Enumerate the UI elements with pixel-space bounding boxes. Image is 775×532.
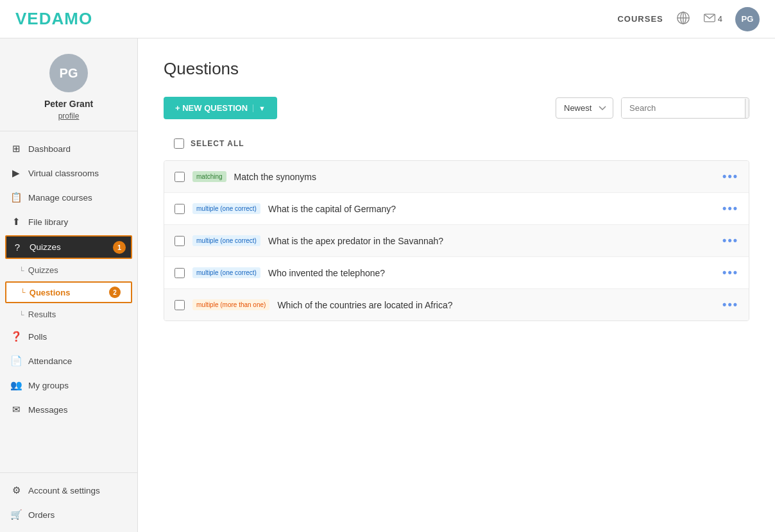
question-text-5: Which of the countries are located in Af… (277, 300, 715, 310)
globe-icon[interactable] (676, 11, 690, 28)
mail-count: 4 (718, 14, 722, 24)
select-all-row: SELECT ALL (164, 132, 749, 155)
sort-select[interactable]: Newest Oldest A-Z Z-A (556, 97, 613, 119)
user-section: PG Peter Grant profile (0, 38, 137, 131)
nav-items: ⊞ Dashboard ▶ Virtual classrooms 📋 Manag… (0, 131, 137, 472)
play-circle-icon: ▶ (10, 167, 22, 179)
question-checkbox-4[interactable] (175, 268, 185, 278)
main-content: Questions + NEW QUESTION ▼ Newest Oldest… (138, 38, 775, 532)
app-layout: PG Peter Grant profile ⊞ Dashboard ▶ Vir… (0, 38, 775, 532)
questions-list: matching Match the synonyms ••• multiple… (164, 160, 749, 321)
sidebar-item-attendance[interactable]: 📄 Attendance (0, 349, 137, 373)
sidebar-item-polls[interactable]: ❓ Polls (0, 324, 137, 349)
sidebar-item-messages[interactable]: ✉ Messages (0, 397, 137, 422)
question-text-1: Match the synonyms (234, 172, 715, 182)
dropdown-arrow-icon: ▼ (253, 104, 266, 112)
question-actions-2[interactable]: ••• (722, 202, 738, 215)
sub-label-results: Results (28, 310, 56, 319)
table-row: multiple (one correct) What is the capit… (164, 193, 749, 225)
question-circle-icon: ? (12, 242, 23, 253)
shopping-cart-icon: 🛒 (10, 509, 22, 520)
sidebar-item-orders[interactable]: 🛒 Orders (0, 503, 137, 527)
new-question-label: + NEW QUESTION (175, 103, 248, 113)
question-text-2: What is the capital of Germany? (268, 204, 715, 214)
question-text-4: Who invented the telephone? (268, 268, 715, 278)
sidebar-label-manage-courses: Manage courses (28, 193, 92, 203)
question-type-badge-1: matching (192, 171, 226, 182)
book-icon: 📋 (10, 192, 22, 203)
select-all-label: SELECT ALL (191, 139, 244, 148)
new-question-button[interactable]: + NEW QUESTION ▼ (164, 97, 277, 119)
question-actions-1[interactable]: ••• (722, 170, 738, 183)
help-circle-icon: ❓ (10, 331, 22, 342)
logo[interactable]: VEDAMO (15, 9, 92, 29)
sidebar-bottom: ⚙ Account & settings 🛒 Orders (0, 472, 137, 532)
table-row: multiple (one correct) What is the apex … (164, 225, 749, 257)
sidebar-label-my-groups: My groups (28, 381, 69, 390)
sidebar-item-results-sub[interactable]: Results (0, 304, 137, 324)
sidebar-label-quizzes: Quizzes (30, 242, 61, 252)
quizzes-subnav: Quizzes Questions 2 Results (0, 260, 137, 324)
avatar: PG (49, 54, 88, 92)
sidebar-label-attendance: Attendance (28, 356, 72, 366)
user-avatar-btn[interactable]: PG (735, 7, 760, 31)
mail-nav-icon: ✉ (10, 404, 22, 415)
search-icon[interactable] (745, 99, 749, 118)
upload-icon: ⬆ (10, 216, 22, 228)
sidebar-item-manage-courses[interactable]: 📋 Manage courses (0, 185, 137, 210)
question-type-badge-3: multiple (one correct) (192, 235, 260, 246)
question-checkbox-3[interactable] (175, 236, 185, 246)
question-type-badge-5: multiple (more than one) (192, 299, 269, 310)
user-name: Peter Grant (44, 99, 93, 109)
sidebar-label-messages: Messages (28, 405, 68, 415)
search-input[interactable] (622, 98, 745, 118)
sidebar-item-account-settings[interactable]: ⚙ Account & settings (0, 478, 137, 503)
sidebar-label-orders: Orders (28, 510, 55, 520)
question-type-badge-2: multiple (one correct) (192, 203, 260, 214)
toolbar: + NEW QUESTION ▼ Newest Oldest A-Z Z-A (164, 97, 749, 119)
question-checkbox-1[interactable] (175, 172, 185, 182)
avatar-initials: PG (742, 14, 754, 24)
profile-link[interactable]: profile (58, 112, 80, 121)
question-text-3: What is the apex predator in the Savanna… (268, 236, 715, 246)
question-checkbox-2[interactable] (175, 204, 185, 214)
table-row: multiple (one correct) Who invented the … (164, 257, 749, 289)
quizzes-step-badge: 1 (113, 241, 126, 254)
sidebar-item-quizzes[interactable]: ? Quizzes 1 (5, 235, 132, 259)
table-row: multiple (more than one) Which of the co… (164, 289, 749, 320)
sub-label-questions: Questions (30, 288, 71, 297)
sidebar-label-file-library: File library (28, 217, 68, 227)
sidebar-label-account-settings: Account & settings (28, 486, 100, 495)
question-checkbox-5[interactable] (175, 300, 185, 310)
file-text-icon: 📄 (10, 355, 22, 367)
sidebar-label-virtual-classrooms: Virtual classrooms (28, 169, 99, 178)
sidebar-label-dashboard: Dashboard (28, 144, 71, 154)
sidebar: PG Peter Grant profile ⊞ Dashboard ▶ Vir… (0, 38, 138, 532)
questions-step-badge: 2 (109, 287, 121, 298)
sidebar-item-quizzes-sub[interactable]: Quizzes (0, 260, 137, 280)
search-box (621, 97, 749, 119)
mail-badge[interactable]: 4 (703, 12, 722, 26)
courses-link[interactable]: COURSES (617, 14, 663, 24)
sidebar-item-my-groups[interactable]: 👥 My groups (0, 373, 137, 397)
toolbar-right: Newest Oldest A-Z Z-A (556, 97, 749, 119)
sidebar-item-questions-sub[interactable]: Questions 2 (5, 281, 132, 303)
table-row: matching Match the synonyms ••• (164, 161, 749, 193)
question-actions-4[interactable]: ••• (722, 266, 738, 279)
page-title: Questions (164, 59, 749, 79)
sidebar-item-file-library[interactable]: ⬆ File library (0, 210, 137, 234)
sidebar-item-dashboard[interactable]: ⊞ Dashboard (0, 137, 137, 161)
mail-icon (703, 12, 716, 26)
select-all-checkbox[interactable] (174, 138, 184, 149)
question-actions-3[interactable]: ••• (722, 234, 738, 247)
grid-icon: ⊞ (10, 143, 22, 154)
settings-icon: ⚙ (10, 485, 22, 496)
users-icon: 👥 (10, 379, 22, 391)
topnav-right: COURSES 4 PG (617, 7, 760, 31)
question-type-badge-4: multiple (one correct) (192, 267, 260, 278)
top-navigation: VEDAMO COURSES 4 PG (0, 0, 775, 38)
question-actions-5[interactable]: ••• (722, 298, 738, 312)
sub-label-quizzes: Quizzes (28, 265, 58, 275)
sidebar-label-polls: Polls (28, 332, 47, 342)
sidebar-item-virtual-classrooms[interactable]: ▶ Virtual classrooms (0, 161, 137, 185)
